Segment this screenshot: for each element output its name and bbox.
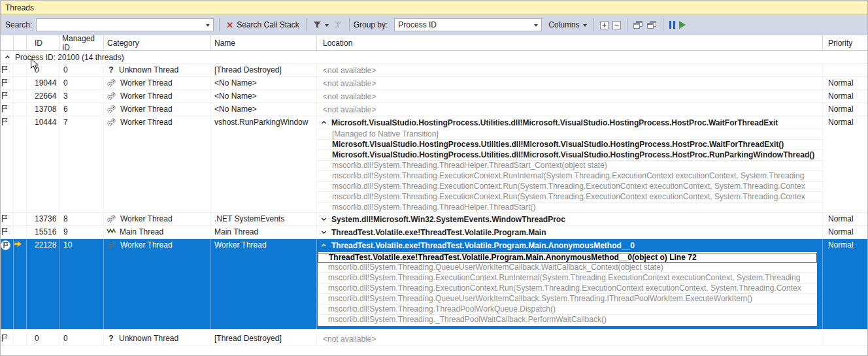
group-by-combobox[interactable]: Process ID [394, 18, 542, 31]
column-header-priority[interactable]: Priority [823, 35, 868, 50]
toolbar-separator [349, 18, 350, 31]
thread-row[interactable]: 137086Worker Thread<No Name><not availab… [1, 103, 867, 116]
thread-priority: Normal [823, 90, 868, 103]
freeze-threads-button[interactable] [667, 20, 677, 30]
thread-category: Main Thread [104, 226, 211, 238]
current-thread-cell [14, 116, 27, 212]
collapse-groups-button[interactable] [610, 20, 623, 31]
flag-filter-button[interactable] [310, 20, 331, 30]
location-frame-toggle[interactable]: System.dll!Microsoft.Win32.SystemEvents.… [317, 214, 822, 225]
thread-location: <not available> [317, 90, 823, 103]
group-by-label: Group by: [354, 20, 388, 29]
flag-icon [1, 214, 8, 223]
group-by-dropdown-button[interactable] [531, 19, 541, 31]
thread-id: 0 [27, 64, 59, 76]
location-frame-toggle: <not available> [317, 78, 822, 89]
location-text: <not available> [323, 79, 376, 88]
flag-cell[interactable] [1, 90, 14, 103]
collapse-callstacks-button[interactable] [645, 20, 659, 31]
flag-cell[interactable] [1, 77, 14, 89]
toolbar-separator [219, 18, 220, 31]
columns-button[interactable]: Columns [546, 19, 589, 31]
flag-cell[interactable] [1, 239, 14, 329]
location-frame-toggle[interactable]: ThreadTest.Volatile.exe!ThreadTest.Volat… [317, 240, 822, 251]
location-frame-toggle[interactable]: Microsoft.VisualStudio.HostingProcess.Ut… [317, 117, 822, 128]
stack-frame[interactable]: Microsoft.VisualStudio.HostingProcess.Ut… [317, 150, 822, 161]
thread-id: 22664 [27, 90, 59, 103]
filter-funnel-disabled-icon [334, 21, 342, 29]
thread-row[interactable]: 104447Worker Threadvshost.RunParkingWind… [1, 116, 867, 213]
stack-frame[interactable]: mscorlib.dll!System.Threading.ExecutionC… [317, 182, 822, 192]
expand-callstacks-button[interactable] [631, 20, 645, 31]
search-call-stack-button[interactable]: ✕ Search Call Stack [224, 19, 301, 31]
search-call-stack-label: Search Call Stack [237, 20, 299, 29]
flag-icon [1, 91, 8, 100]
location-frame-toggle[interactable]: ThreadTest.Volatile.exe!ThreadTest.Volat… [317, 227, 822, 238]
column-header-managed-id[interactable]: Managed ID [59, 35, 104, 50]
current-thread-cell [14, 64, 27, 76]
thread-category: ?Unknown Thread [104, 332, 211, 345]
thread-row[interactable]: 00?Unknown Thread[Thread Destroyed]<not … [1, 64, 867, 77]
stack-frame[interactable]: mscorlib.dll!System.Threading.ExecutionC… [317, 192, 822, 202]
chevron-down-icon[interactable] [320, 229, 327, 236]
current-thread-cell [14, 239, 27, 329]
clear-flag-filter-button[interactable] [331, 20, 345, 30]
stack-frame[interactable]: mscorlib.dll!System.Threading.ThreadPool… [318, 304, 817, 315]
thread-priority: Normal [823, 77, 868, 89]
stack-frame[interactable]: mscorlib.dll!System.Threading.ExecutionC… [318, 273, 817, 283]
column-header-current[interactable] [14, 35, 27, 50]
flag-cell[interactable] [1, 64, 14, 76]
stack-frame[interactable]: mscorlib.dll!System.Threading._ThreadPoo… [318, 315, 817, 325]
thread-location: Microsoft.VisualStudio.HostingProcess.Ut… [317, 116, 823, 212]
column-header-id[interactable]: ID [27, 35, 59, 50]
thread-managed-id: 0 [59, 77, 104, 89]
stack-frame[interactable]: [Managed to Native Transition] [317, 129, 822, 140]
thread-row[interactable]: 190440Worker Thread<No Name><not availab… [1, 77, 867, 90]
thread-managed-id: 0 [59, 332, 104, 345]
stack-frame[interactable]: mscorlib.dll!System.Threading.QueueUserW… [318, 263, 817, 273]
stack-frame[interactable]: mscorlib.dll!System.Threading.ExecutionC… [317, 171, 822, 182]
stack-frame[interactable]: Microsoft.VisualStudio.HostingProcess.Ut… [317, 140, 822, 150]
chevron-up-icon[interactable] [320, 119, 327, 126]
thread-row[interactable]: 2212810Worker ThreadWorker ThreadThreadT… [1, 239, 867, 329]
group-row[interactable]: Process ID: 20100 (14 threads) [1, 51, 867, 64]
thread-row[interactable]: 155169Main ThreadMain ThreadThreadTest.V… [1, 226, 867, 239]
toolbar-separator [627, 18, 627, 31]
chevron-down-icon [534, 24, 538, 29]
column-header-name[interactable]: Name [211, 35, 317, 50]
column-header-category[interactable]: Category [104, 35, 211, 50]
thread-location: <not available> [317, 332, 823, 345]
chevron-down-icon[interactable] [320, 216, 327, 223]
thread-row[interactable]: 226643Worker Thread<No Name><not availab… [1, 90, 867, 103]
thread-row[interactable]: 137368Worker Thread.NET SystemEventsSyst… [1, 213, 867, 226]
location-text: ThreadTest.Volatile.exe!ThreadTest.Volat… [331, 228, 546, 237]
search-combobox[interactable] [36, 18, 214, 31]
flag-cell[interactable] [1, 332, 14, 345]
search-dropdown-button[interactable] [203, 19, 213, 31]
thaw-threads-button[interactable] [677, 20, 688, 30]
thread-category: Worker Thread [104, 90, 211, 103]
flag-cell[interactable] [1, 103, 14, 116]
flag-cell[interactable] [1, 213, 14, 225]
chevron-up-icon[interactable] [320, 242, 327, 249]
window-titlebar[interactable]: Threads [1, 1, 867, 15]
stack-frame[interactable]: mscorlib.dll!System.Threading.ThreadHelp… [317, 161, 822, 171]
thread-category: Worker Thread [104, 239, 211, 329]
expand-groups-button[interactable] [598, 20, 610, 31]
column-header-location[interactable]: Location [317, 35, 823, 50]
gears-icon [107, 78, 117, 88]
flag-cell[interactable] [1, 226, 14, 238]
column-header-flag[interactable] [1, 35, 14, 50]
filter-funnel-icon [313, 21, 322, 29]
flag-icon [1, 105, 8, 113]
thread-priority [823, 332, 868, 345]
stack-frame[interactable]: mscorlib.dll!System.Threading.QueueUserW… [318, 294, 817, 304]
stack-frame[interactable]: ThreadTest.Volatile.exe!ThreadTest.Volat… [318, 253, 817, 263]
thread-row[interactable]: 00?Unknown Thread[Thread Destroyed]<not … [1, 332, 867, 346]
thread-location: ThreadTest.Volatile.exe!ThreadTest.Volat… [317, 239, 823, 329]
location-frame-toggle: <not available> [317, 104, 822, 115]
flag-cell[interactable] [1, 116, 14, 212]
stack-frame[interactable]: mscorlib.dll!System.Threading.ExecutionC… [318, 283, 817, 294]
search-input[interactable] [37, 19, 213, 31]
stack-frame[interactable]: mscorlib.dll!System.Threading.ThreadHelp… [317, 202, 822, 212]
